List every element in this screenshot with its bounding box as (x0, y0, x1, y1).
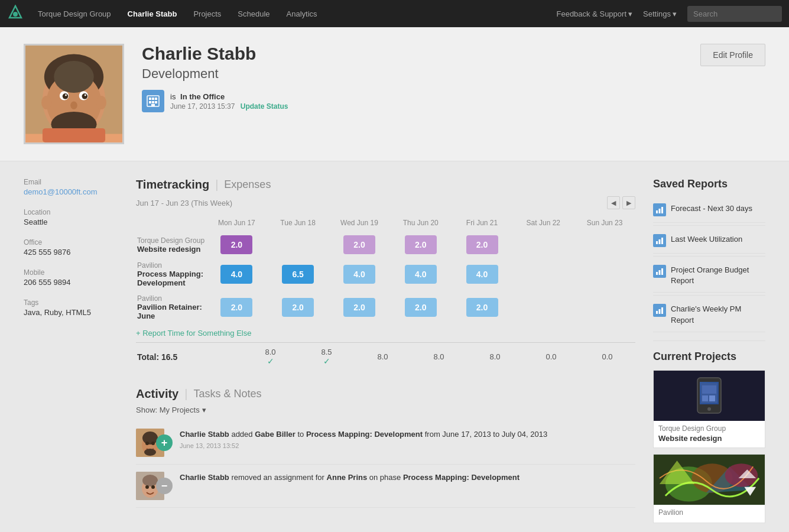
project-card-name-2 (654, 518, 765, 523)
project-card-client-2: Pavilion (654, 505, 765, 518)
email-link[interactable]: demo1@10000ft.com (24, 187, 118, 196)
show-filter[interactable]: Show: My Projects ▾ (136, 406, 635, 414)
project-row: Torque Design GroupWebsite redesign2.02.… (136, 232, 635, 258)
svg-point-37 (151, 485, 155, 489)
time-badge[interactable]: 4.0 (466, 265, 498, 284)
time-badge[interactable]: 6.5 (282, 265, 314, 284)
time-badge[interactable]: 4.0 (343, 265, 375, 284)
time-entry-cell[interactable] (574, 291, 635, 324)
nav-projects[interactable]: Projects (185, 0, 229, 27)
col-tue: Tue Jun 18 (267, 216, 329, 232)
time-entry-cell[interactable]: 4.0 (329, 258, 390, 291)
update-status-link[interactable]: Update Status (241, 102, 288, 111)
tasks-tab[interactable]: Tasks & Notes (193, 388, 261, 400)
time-entry-cell[interactable] (512, 258, 574, 291)
time-entry-cell[interactable]: 4.0 (452, 258, 513, 291)
project-name-cell: Torque Design GroupWebsite redesign (136, 232, 206, 258)
time-badge[interactable]: 4.0 (405, 265, 437, 284)
location-label: Location (24, 208, 118, 216)
nav-schedule[interactable]: Schedule (229, 0, 278, 27)
time-entry-cell[interactable]: 2.0 (206, 291, 268, 324)
time-badge[interactable]: 2.0 (343, 298, 375, 317)
col-fri: Fri Jun 21 (452, 216, 513, 232)
nav-brand[interactable]: Torque Design Group (30, 0, 119, 27)
time-entry-cell[interactable] (574, 258, 635, 291)
total-row: Total: 16.5 8.0 ✓ 8.5 ✓ 8.0 8.0 8.0 0.0 (136, 343, 635, 371)
time-table: Mon Jun 17 Tue Jun 18 Wed Jun 19 Thu (136, 216, 635, 324)
nav-charlie[interactable]: Charlie Stabb (119, 0, 186, 27)
settings-menu[interactable]: Settings ▾ (643, 9, 677, 18)
feedback-chevron-icon: ▾ (628, 9, 632, 18)
report-icon (653, 234, 666, 247)
next-week-button[interactable]: ▶ (622, 196, 635, 209)
time-entry-cell[interactable]: 2.0 (329, 291, 390, 324)
svg-rect-38 (656, 210, 658, 213)
logo-icon (7, 5, 24, 21)
svg-point-32 (144, 449, 156, 456)
prev-week-button[interactable]: ◀ (607, 196, 620, 209)
project-row: PavilionProcess Mapping: Development4.06… (136, 258, 635, 291)
svg-rect-56 (702, 395, 708, 401)
project-card-2[interactable]: Pavilion (653, 454, 765, 523)
time-entry-cell[interactable]: 2.0 (452, 291, 513, 324)
col-wed: Wed Jun 19 (329, 216, 390, 232)
time-badge[interactable]: 4.0 (220, 265, 252, 284)
time-entry-cell[interactable]: 6.5 (267, 258, 329, 291)
activity-body: Charlie Stabb added Gabe Biller to Proce… (180, 429, 635, 449)
time-entry-cell[interactable]: 2.0 (206, 232, 268, 258)
report-item[interactable]: Forecast - Next 30 days (653, 197, 765, 223)
time-badge[interactable]: 2.0 (220, 298, 252, 317)
time-entry-cell[interactable]: 2.0 (267, 291, 329, 324)
building-icon (146, 94, 160, 108)
svg-point-15 (96, 96, 106, 109)
office-value: 425 555 9876 (24, 248, 118, 257)
time-entry-cell[interactable] (512, 291, 574, 324)
report-time-link[interactable]: + Report Time for Something Else (136, 329, 635, 338)
tags-label: Tags (24, 299, 118, 307)
time-badge[interactable]: 2.0 (466, 235, 498, 254)
time-entry-cell[interactable]: 4.0 (390, 258, 452, 291)
svg-rect-43 (661, 238, 663, 244)
time-entry-cell[interactable]: 2.0 (329, 232, 390, 258)
time-entry-cell[interactable]: 2.0 (452, 232, 513, 258)
activity-item: − Charlie Stabb removed an assignment fo… (136, 465, 635, 508)
time-badge[interactable]: 2.0 (466, 298, 498, 317)
expenses-tab[interactable]: Expenses (224, 179, 271, 191)
time-badge[interactable]: 2.0 (405, 298, 437, 317)
timetracking-tabs: Timetracking | Expenses (136, 178, 635, 192)
search-input[interactable] (687, 6, 782, 22)
navbar: Torque Design Group Charlie Stabb Projec… (0, 0, 789, 27)
time-entry-cell[interactable]: 4.0 (206, 258, 268, 291)
time-badge[interactable]: 2.0 (220, 235, 252, 254)
activity-list: + Charlie Stabb added Gabe Biller to Pro… (136, 421, 635, 508)
report-item[interactable]: Last Week Utilization (653, 228, 765, 254)
nav-analytics[interactable]: Analytics (278, 0, 326, 27)
logo[interactable] (7, 5, 24, 23)
project-client: Pavilion (137, 294, 205, 303)
report-item[interactable]: Charlie's Weekly PM Report (653, 298, 765, 332)
project-row: PavilionPavilion Retainer: June2.02.02.0… (136, 291, 635, 324)
edit-profile-button[interactable]: Edit Profile (700, 44, 765, 66)
project-card-1[interactable]: Torque Design Group Website redesign (653, 370, 765, 448)
status-text-block: is In the Office June 17, 2013 15:37 Upd… (170, 92, 288, 111)
avatar (24, 44, 124, 144)
profile-department: Development (142, 66, 700, 82)
feedback-menu[interactable]: Feedback & Support ▾ (556, 9, 632, 18)
time-entry-cell[interactable] (267, 232, 329, 258)
timetracking-section: Timetracking | Expenses Jun 17 - Jun 23 … (136, 178, 635, 371)
totals-table: Total: 16.5 8.0 ✓ 8.5 ✓ 8.0 8.0 8.0 0.0 (136, 342, 635, 371)
svg-rect-55 (702, 385, 716, 394)
time-entry-cell[interactable]: 2.0 (390, 291, 452, 324)
email-label: Email (24, 178, 118, 186)
time-badge[interactable]: 2.0 (405, 235, 437, 254)
project-task: Pavilion Retainer: June (137, 303, 205, 320)
time-badge[interactable]: 2.0 (343, 235, 375, 254)
svg-point-10 (65, 94, 67, 96)
time-entry-cell[interactable] (512, 232, 574, 258)
report-item[interactable]: Project Orange Budget Report (653, 259, 765, 293)
time-badge[interactable]: 2.0 (282, 298, 314, 317)
time-entry-cell[interactable] (574, 232, 635, 258)
time-entry-cell[interactable]: 2.0 (390, 232, 452, 258)
svg-point-12 (70, 102, 77, 110)
project-task: Process Mapping: Development (137, 270, 205, 287)
